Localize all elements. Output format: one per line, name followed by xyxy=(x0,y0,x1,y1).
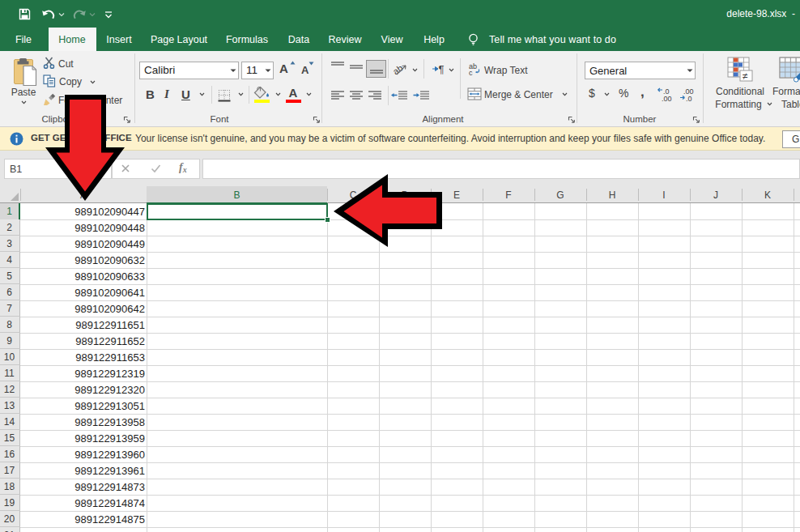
svg-text:ab: ab xyxy=(394,62,405,76)
svg-text:≠: ≠ xyxy=(743,70,748,82)
svg-text:.0: .0 xyxy=(686,95,692,102)
svg-text:.00: .00 xyxy=(662,95,672,102)
svg-text:¶: ¶ xyxy=(439,63,445,75)
svg-text:c: c xyxy=(469,69,473,77)
